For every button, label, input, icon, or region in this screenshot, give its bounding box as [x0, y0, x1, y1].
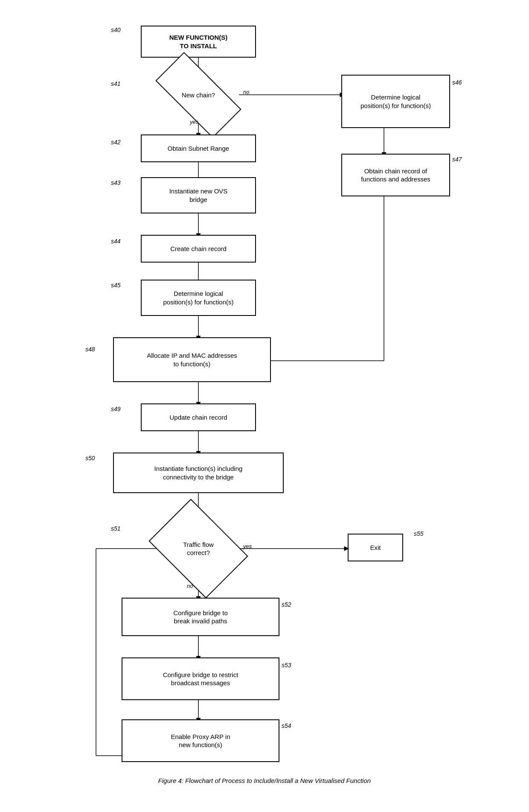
- page-container: s40 NEW FUNCTION(S)TO INSTALL s41 New ch…: [9, 9, 520, 784]
- label-s46: s46: [452, 79, 462, 86]
- label-yes-s51: yes: [243, 543, 252, 549]
- box-determine-logical-s45: Determine logicalposition(s) for functio…: [141, 280, 256, 316]
- label-s47: s47: [452, 156, 462, 163]
- diamond-traffic-flow: Traffic flowcorrect?: [158, 519, 239, 578]
- diagram-wrapper: s40 NEW FUNCTION(S)TO INSTALL s41 New ch…: [30, 9, 499, 768]
- box-instantiate-ovs: Instantiate new OVSbridge: [141, 177, 256, 213]
- label-no-s41: no: [243, 89, 249, 95]
- box-allocate-ip: Allocate IP and MAC addressesto function…: [113, 337, 271, 382]
- label-s42: s42: [111, 139, 121, 146]
- figure-caption: Figure 4: Flowchart of Process to Includ…: [158, 777, 371, 784]
- box-new-functions: NEW FUNCTION(S)TO INSTALL: [141, 26, 256, 58]
- label-s44: s44: [111, 238, 121, 245]
- label-s48: s48: [85, 346, 95, 353]
- label-s49: s49: [111, 406, 121, 412]
- label-s40: s40: [111, 26, 121, 33]
- label-s45: s45: [111, 282, 121, 289]
- label-no-s51: no: [187, 583, 193, 589]
- label-s51: s51: [111, 525, 121, 532]
- label-s52: s52: [282, 601, 291, 608]
- box-obtain-chain: Obtain chain record offunctions and addr…: [341, 154, 450, 196]
- label-s53: s53: [282, 662, 291, 669]
- label-s55: s55: [414, 530, 424, 537]
- box-configure-restrict: Configure bridge to restrictbroadcast me…: [122, 657, 279, 700]
- label-s43: s43: [111, 179, 121, 186]
- label-s41: s41: [111, 80, 121, 87]
- box-create-chain: Create chain record: [141, 235, 256, 263]
- box-configure-break: Configure bridge tobreak invalid paths: [122, 598, 279, 636]
- box-enable-proxy: Enable Proxy ARP innew function(s): [122, 719, 279, 762]
- box-determine-logical-s46: Determine logicalposition(s) for functio…: [341, 75, 450, 128]
- label-yes-s41: yes: [190, 119, 198, 125]
- box-exit: Exit: [348, 534, 403, 561]
- box-update-chain: Update chain record: [141, 403, 256, 431]
- box-obtain-subnet: Obtain Subnet Range: [141, 134, 256, 162]
- label-s54: s54: [282, 722, 291, 729]
- label-s50: s50: [85, 455, 95, 461]
- diamond-new-chain: New chain?: [158, 75, 239, 115]
- box-instantiate-functions: Instantiate function(s) includingconnect…: [113, 453, 284, 493]
